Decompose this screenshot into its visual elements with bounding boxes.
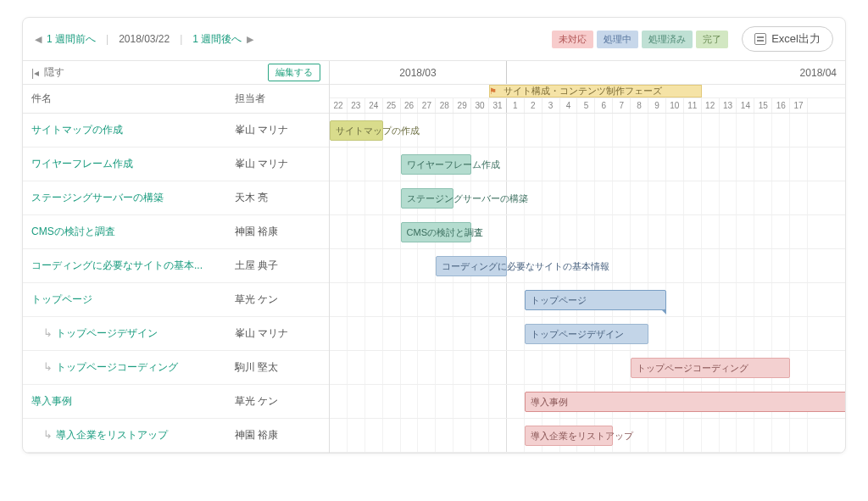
gantt-row: コーディングに必要なサイトの基本情報 (330, 249, 845, 283)
task-row: 導入事例草光 ケン (23, 385, 329, 419)
day-header-cell: 12 (702, 98, 720, 113)
day-header-cell: 25 (383, 98, 401, 113)
nav-sep: | (106, 33, 108, 45)
day-header-cell: 22 (330, 98, 348, 113)
day-header-cell: 27 (418, 98, 436, 113)
task-row: サイトマップの作成峯山 マリナ (23, 114, 329, 148)
day-header-cell: 3 (542, 98, 560, 113)
gantt-row: CMSの検討と調査 (330, 215, 845, 249)
task-row: ↳トップページコーディング駒川 堅太 (23, 351, 329, 385)
task-assignee: 神園 裕康 (235, 225, 278, 239)
gantt-bar[interactable]: トップページコーディング (631, 358, 790, 378)
subtask-arrow-icon: ↳ (43, 428, 53, 441)
day-header-cell: 6 (595, 98, 613, 113)
excel-export-button[interactable]: Excel出力 (742, 26, 833, 52)
day-header-cell: 13 (720, 98, 737, 113)
task-name-link[interactable]: ↳導入企業をリストアップ (31, 428, 235, 443)
gantt-bar[interactable]: 導入企業をリストアップ (525, 426, 614, 446)
column-header-assignee: 担当者 (235, 92, 265, 106)
gantt-row: 導入企業をリストアップ (330, 419, 845, 453)
day-header-cell: 17 (790, 98, 808, 113)
month-header-2: 2018/04 (507, 61, 845, 84)
edit-button[interactable]: 編集する (268, 64, 320, 81)
spreadsheet-icon (754, 33, 766, 45)
task-name-link[interactable]: ステージングサーバーの構築 (31, 191, 235, 205)
day-header-cell: 29 (453, 98, 471, 113)
current-date: 2018/03/22 (119, 33, 170, 45)
phase-bar[interactable]: サイト構成・コンテンツ制作フェーズ (489, 85, 702, 97)
task-assignee: 草光 ケン (235, 292, 278, 307)
gantt-row: ステージングサーバーの構築 (330, 181, 845, 215)
day-header-cell: 26 (401, 98, 419, 113)
status-chip[interactable]: 処理済み (642, 31, 693, 48)
task-name-link[interactable]: 導入事例 (31, 394, 235, 409)
task-row: ワイヤーフレーム作成峯山 マリナ (23, 148, 329, 181)
excel-export-label: Excel出力 (771, 31, 821, 47)
task-assignee: 峯山 マリナ (235, 326, 288, 341)
month-header-1: 2018/03 (330, 61, 507, 84)
gantt-row: トップページデザイン (330, 317, 845, 351)
task-row: コーディングに必要なサイトの基本...土屋 典子 (23, 249, 329, 283)
day-header-cell: 9 (648, 98, 666, 113)
day-header-cell: 23 (348, 98, 365, 113)
gantt-bar[interactable]: ワイヤーフレーム作成 (401, 154, 472, 175)
day-header-cell: 16 (772, 98, 790, 113)
task-name-link[interactable]: トップページ (31, 292, 235, 307)
subtask-arrow-icon: ↳ (43, 326, 53, 339)
gantt-row: サイトマップの作成 (330, 114, 845, 148)
prev-week-link[interactable]: 1 週間前へ (47, 32, 96, 47)
hide-label[interactable]: 隠す (44, 65, 64, 80)
task-assignee: 峯山 マリナ (235, 157, 288, 171)
day-header-cell: 8 (631, 98, 648, 113)
task-row: CMSの検討と調査神園 裕康 (23, 215, 329, 249)
prev-arrow-icon[interactable]: ◀ (35, 34, 42, 45)
task-assignee: 神園 裕康 (235, 428, 278, 443)
day-header-cell: 31 (489, 98, 507, 113)
day-header-cell: 2 (525, 98, 542, 113)
task-assignee: 土屋 典子 (235, 259, 278, 273)
next-arrow-icon[interactable]: ▶ (247, 34, 253, 45)
day-header-cell: 10 (666, 98, 684, 113)
day-header-cell: 1 (507, 98, 525, 113)
gantt-bar[interactable]: CMSの検討と調査 (401, 222, 472, 242)
gantt-bar[interactable]: 導入事例 (525, 392, 845, 412)
status-chip[interactable]: 未対応 (552, 31, 593, 48)
task-row: ステージングサーバーの構築天木 亮 (23, 181, 329, 215)
task-name-link[interactable]: サイトマップの作成 (31, 123, 235, 137)
flag-icon: ⚑ (489, 86, 497, 96)
day-header-cell: 14 (737, 98, 754, 113)
gantt-row: トップページコーディング (330, 351, 845, 385)
collapse-left-icon[interactable]: |◂ (31, 67, 39, 79)
task-assignee: 草光 ケン (235, 394, 278, 409)
gantt-bar[interactable]: ステージングサーバーの構築 (401, 188, 454, 209)
day-header-cell: 11 (684, 98, 702, 113)
task-row: ↳導入企業をリストアップ神園 裕康 (23, 419, 329, 453)
day-header-cell: 15 (754, 98, 772, 113)
column-header-name: 件名 (31, 92, 235, 106)
status-chip[interactable]: 完了 (696, 31, 728, 48)
day-header-cell: 7 (613, 98, 631, 113)
task-assignee: 天木 亮 (235, 191, 268, 205)
gantt-row: トップページ (330, 283, 845, 317)
status-chip[interactable]: 処理中 (597, 31, 638, 48)
task-row: ↳トップページデザイン峯山 マリナ (23, 317, 329, 351)
task-name-link[interactable]: ワイヤーフレーム作成 (31, 157, 235, 171)
next-week-link[interactable]: 1 週間後へ (192, 32, 242, 47)
day-header-cell: 30 (471, 98, 489, 113)
gantt-bar[interactable]: サイトマップの作成 (330, 120, 383, 141)
task-name-link[interactable]: コーディングに必要なサイトの基本... (31, 259, 235, 273)
task-row: トップページ草光 ケン (23, 283, 329, 317)
gantt-row: ワイヤーフレーム作成 (330, 148, 845, 181)
task-assignee: 峯山 マリナ (235, 123, 288, 137)
gantt-bar[interactable]: トップページデザイン (525, 324, 648, 344)
task-name-link[interactable]: ↳トップページコーディング (31, 360, 235, 375)
task-name-link[interactable]: ↳トップページデザイン (31, 326, 235, 341)
gantt-bar[interactable]: コーディングに必要なサイトの基本情報 (436, 256, 507, 276)
task-name-link[interactable]: CMSの検討と調査 (31, 225, 235, 239)
gantt-bar[interactable]: トップページ (525, 290, 666, 310)
task-assignee: 駒川 堅太 (235, 360, 278, 375)
gantt-row: 導入事例 (330, 385, 845, 419)
day-header-cell: 28 (436, 98, 453, 113)
day-header-cell: 5 (577, 98, 595, 113)
day-header-cell: 4 (560, 98, 578, 113)
